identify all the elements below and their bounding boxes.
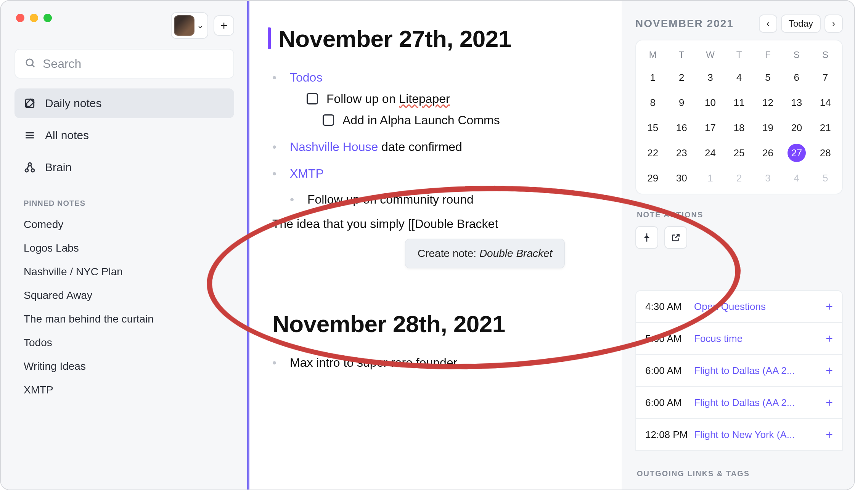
cal-today-button[interactable]: Today (781, 14, 821, 33)
pin-icon (642, 233, 652, 242)
chevron-down-icon: ⌄ (197, 21, 204, 30)
pinned-item[interactable]: Comedy (24, 214, 225, 235)
search-icon (24, 57, 36, 70)
calendar-dow: S (782, 45, 811, 65)
calendar-dow: W (696, 45, 725, 65)
calendar-day[interactable]: 18 (727, 116, 751, 140)
nav-daily-notes[interactable]: Daily notes (14, 88, 234, 118)
event-add-button[interactable]: + (826, 364, 833, 378)
calendar-day[interactable]: 9 (669, 91, 693, 114)
pinned-item[interactable]: XMTP (24, 379, 225, 401)
editor-accent-bar (249, 1, 250, 490)
pinned-item[interactable]: Squared Away (24, 285, 225, 306)
checkbox[interactable] (307, 93, 318, 104)
editor[interactable]: November 27th, 2021 Todos Follow up on L… (247, 1, 622, 490)
open-external-button[interactable] (664, 226, 687, 249)
calendar-day[interactable]: 8 (641, 91, 665, 114)
event-add-button[interactable]: + (826, 332, 833, 346)
editor-line[interactable]: The idea that you simply [[Double Bracke… (272, 217, 603, 231)
sub-bullet: Follow up on community round (290, 190, 603, 209)
event-row[interactable]: 5:00 AMFocus time+ (635, 322, 843, 355)
calendar-day[interactable]: 28 (813, 141, 837, 165)
pinned-item[interactable]: Writing Ideas (24, 356, 225, 377)
nav-brain[interactable]: Brain (14, 152, 234, 182)
close-window-button[interactable] (16, 14, 24, 22)
todo-text: Follow up on Litepaper (326, 90, 450, 108)
calendar-day[interactable]: 7 (813, 66, 837, 89)
event-time: 6:00 AM (645, 397, 694, 409)
svg-point-6 (25, 169, 28, 172)
maximize-window-button[interactable] (43, 14, 52, 22)
calendar-dow: S (811, 45, 840, 65)
event-row[interactable]: 6:00 AMFlight to Dallas (AA 2...+ (635, 386, 843, 419)
calendar-day[interactable]: 19 (756, 116, 780, 140)
note-title-2: November 28th, 2021 (272, 310, 603, 337)
svg-point-7 (31, 169, 34, 172)
list-icon (24, 129, 36, 141)
event-row[interactable]: 6:00 AMFlight to Dallas (AA 2...+ (635, 354, 843, 387)
external-link-icon (671, 233, 681, 242)
calendar-day[interactable]: 21 (813, 116, 837, 140)
calendar-day[interactable]: 30 (669, 166, 693, 190)
calendar-day[interactable]: 27 (788, 144, 806, 162)
calendar-day[interactable]: 3 (756, 166, 780, 190)
event-add-button[interactable]: + (826, 428, 833, 442)
calendar-day[interactable]: 12 (756, 91, 780, 114)
svg-line-1 (32, 65, 35, 67)
event-add-button[interactable]: + (826, 300, 833, 314)
calendar-day[interactable]: 25 (727, 141, 751, 165)
calendar-day[interactable]: 23 (669, 141, 693, 165)
event-time: 12:08 PM (645, 429, 694, 441)
pin-note-button[interactable] (635, 226, 658, 249)
calendar-day[interactable]: 11 (727, 91, 751, 114)
calendar-day[interactable]: 5 (813, 166, 837, 190)
search-input[interactable] (43, 57, 224, 71)
calendar-title: NOVEMBER 2021 (635, 18, 734, 30)
calendar-day[interactable]: 26 (756, 141, 780, 165)
nav-label: Daily notes (45, 97, 101, 110)
event-title: Flight to New York (A... (694, 429, 826, 441)
create-note-popup[interactable]: Create note: Double Bracket (405, 239, 565, 268)
minimize-window-button[interactable] (30, 14, 38, 22)
calendar-day[interactable]: 22 (641, 141, 665, 165)
workspace-switcher[interactable]: ⌄ (171, 12, 208, 39)
event-row[interactable]: 4:30 AMOpen Questions+ (635, 290, 843, 323)
pinned-item[interactable]: Todos (24, 332, 225, 353)
link-xmtp[interactable]: XMTP (290, 167, 324, 180)
checkbox[interactable] (323, 114, 334, 126)
pinned-item[interactable]: Nashville / NYC Plan (24, 261, 225, 282)
calendar-day[interactable]: 1 (698, 166, 722, 190)
event-add-button[interactable]: + (826, 396, 833, 410)
calendar-day[interactable]: 24 (698, 141, 722, 165)
link-nashville-house[interactable]: Nashville House (290, 140, 378, 154)
cal-next-button[interactable]: › (824, 14, 843, 33)
search-box[interactable] (14, 49, 234, 79)
calendar-day[interactable]: 14 (813, 91, 837, 114)
pinned-item[interactable]: Logos Labs (24, 238, 225, 259)
cal-prev-button[interactable]: ‹ (759, 14, 777, 33)
chevron-left-icon: ‹ (767, 18, 770, 29)
calendar-day[interactable]: 2 (669, 66, 693, 89)
nav-label: Brain (45, 161, 72, 174)
pinned-item[interactable]: The man behind the curtain (24, 308, 225, 330)
calendar-day[interactable]: 6 (784, 66, 808, 89)
chevron-right-icon: › (832, 18, 835, 29)
calendar-day[interactable]: 15 (641, 116, 665, 140)
calendar-day[interactable]: 16 (669, 116, 693, 140)
link-todos[interactable]: Todos (290, 71, 322, 84)
calendar-day[interactable]: 29 (641, 166, 665, 190)
calendar-day[interactable]: 1 (641, 66, 665, 89)
calendar-day[interactable]: 10 (698, 91, 722, 114)
calendar-day[interactable]: 20 (784, 116, 808, 140)
calendar-day[interactable]: 3 (698, 66, 722, 89)
calendar-day[interactable]: 4 (784, 166, 808, 190)
new-note-button[interactable]: + (214, 15, 234, 36)
calendar-day[interactable]: 2 (727, 166, 751, 190)
calendar-day[interactable]: 4 (727, 66, 751, 89)
calendar-day[interactable]: 5 (756, 66, 780, 89)
event-row[interactable]: 12:08 PMFlight to New York (A...+ (635, 418, 843, 451)
calendar-day[interactable]: 17 (698, 116, 722, 140)
calendar-day[interactable]: 13 (784, 91, 808, 114)
event-title: Focus time (694, 333, 826, 345)
nav-all-notes[interactable]: All notes (14, 120, 234, 150)
